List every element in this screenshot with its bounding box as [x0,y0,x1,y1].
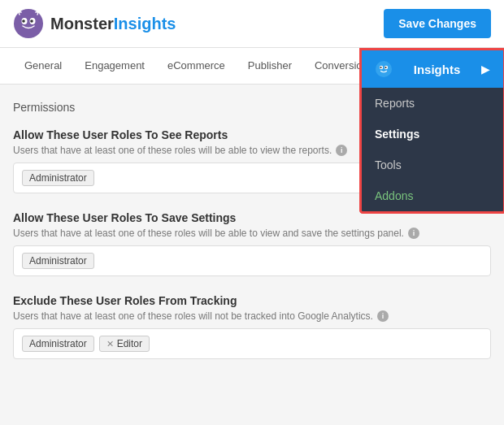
dropdown-title: Insights [414,63,461,76]
tag-text: Editor [117,338,142,349]
tag-administrator-save-settings: Administrator [22,253,94,269]
dropdown-arrow-icon: ▶ [481,63,490,76]
permission-desc-text-save-settings: Users that have at least one of these ro… [13,228,404,239]
dropdown-header: Insights ▶ [362,50,503,88]
tab-publisher[interactable]: Publisher [237,48,303,84]
svg-point-4 [30,20,33,23]
tag-input-exclude-tracking[interactable]: Administrator ✕ Editor [13,328,491,359]
dropdown-item-addons[interactable]: Addons [362,180,503,211]
tag-input-save-settings[interactable]: Administrator [13,245,491,276]
tag-administrator-exclude-tracking: Administrator [22,336,94,352]
tab-engagement[interactable]: Engagement [73,48,156,84]
dropdown-item-settings[interactable]: Settings [362,119,503,150]
tab-general[interactable]: General [13,48,73,84]
insights-dropdown-icon [375,60,393,78]
permission-desc-exclude-tracking: Users that have at least one of these ro… [13,310,491,322]
dropdown-item-reports[interactable]: Reports [362,88,503,119]
svg-point-8 [380,67,381,68]
tag-text: Administrator [29,255,87,267]
permission-desc-text-exclude-tracking: Users that have at least one of these ro… [13,310,373,322]
svg-point-0 [14,9,43,38]
permission-desc-text-see-reports: Users that have at least one of these ro… [13,145,332,156]
header: MonsterInsights Save Changes [0,0,504,48]
info-icon-exclude-tracking[interactable]: i [377,310,389,322]
logo-area: MonsterInsights [13,8,176,39]
permission-block-save-settings: Allow These User Roles To Save Settings … [13,211,491,276]
tab-ecommerce[interactable]: eCommerce [156,48,237,84]
tag-text: Administrator [29,338,87,349]
info-icon-save-settings[interactable]: i [408,228,419,239]
tag-editor-exclude-tracking: ✕ Editor [99,336,150,352]
dropdown-item-tools[interactable]: Tools [362,150,503,180]
tag-remove-icon[interactable]: ✕ [106,339,114,349]
tag-administrator-see-reports: Administrator [22,170,94,186]
info-icon-see-reports[interactable]: i [336,145,347,156]
logo-icon [13,8,44,39]
permission-desc-save-settings: Users that have at least one of these ro… [13,228,491,239]
permission-label-exclude-tracking: Exclude These User Roles From Tracking [13,294,491,307]
tag-text: Administrator [29,172,87,184]
logo-plain-text: Monster [50,15,114,33]
logo-accent-text: Insights [114,15,176,33]
insights-dropdown: Insights ▶ Reports Settings Tools Addons [359,48,504,214]
logo-text: MonsterInsights [50,15,176,33]
save-changes-button[interactable]: Save Changes [384,9,491,38]
svg-point-3 [22,20,25,23]
svg-point-5 [376,61,392,77]
svg-point-9 [385,67,386,68]
permission-block-exclude-tracking: Exclude These User Roles From Tracking U… [13,294,491,359]
nav-tabs: General Engagement eCommerce Publisher C… [0,48,504,85]
